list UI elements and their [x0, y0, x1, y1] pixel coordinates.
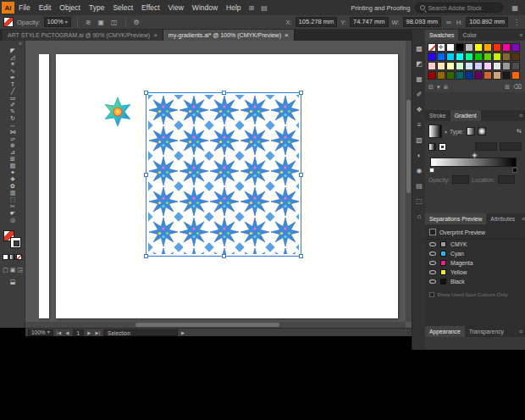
swatch[interactable]	[446, 43, 455, 52]
layers-panel-icon[interactable]: ▤	[412, 179, 426, 194]
swatch[interactable]	[484, 71, 492, 80]
vertical-scroll-thumb[interactable]	[406, 100, 411, 193]
constrain-proportions-icon[interactable]: ∞	[445, 19, 453, 26]
first-artboard-button[interactable]: |◀	[56, 330, 63, 335]
swatch[interactable]	[511, 52, 520, 61]
swatch[interactable]	[465, 71, 473, 80]
tab-stroke[interactable]: Stroke	[425, 110, 450, 121]
visibility-eye-icon[interactable]	[429, 242, 436, 246]
swatch[interactable]	[493, 71, 501, 80]
gradient-stop-white[interactable]	[429, 168, 434, 173]
libraries-panel-icon[interactable]: ⌂	[412, 209, 426, 224]
swatch[interactable]	[493, 52, 501, 61]
visibility-eye-icon[interactable]	[429, 279, 436, 284]
status-menu-icon[interactable]: ▶	[180, 330, 185, 335]
swatch[interactable]	[474, 62, 483, 70]
y-field[interactable]: 74.747 mm	[350, 17, 389, 27]
symbols-panel-icon[interactable]: ❖	[412, 102, 426, 118]
gradient-mode-button[interactable]	[9, 254, 15, 260]
swatch[interactable]	[428, 52, 436, 61]
delete-swatch-icon[interactable]: ⌫	[513, 84, 522, 91]
gradient-slider[interactable]	[430, 158, 517, 167]
horizontal-scrollbar[interactable]	[25, 322, 406, 328]
swatch[interactable]	[437, 62, 445, 70]
swatches-panel-icon[interactable]: ▦	[412, 72, 426, 87]
spot-only-checkbox[interactable]	[429, 292, 434, 297]
tab-separations-preview[interactable]: Separations Preview	[425, 213, 486, 224]
document-layout-icon[interactable]: ▤	[257, 4, 271, 12]
swatch[interactable]	[511, 43, 520, 52]
free-transform-tool[interactable]: ▱	[0, 135, 25, 142]
separation-row-cmyk[interactable]: CMYK	[425, 240, 525, 249]
tab-transparency[interactable]: Transparency	[465, 326, 508, 337]
panel-menu-icon[interactable]: ≡	[517, 113, 525, 119]
tab-color[interactable]: Color	[458, 30, 480, 41]
more-options-icon[interactable]: ⋮	[511, 19, 522, 26]
transparency-panel-icon[interactable]: ◐	[412, 148, 426, 163]
swatch[interactable]	[484, 62, 492, 70]
swatch[interactable]	[484, 52, 492, 61]
menu-item-effect[interactable]: Effect	[137, 3, 164, 12]
color-panel-icon[interactable]: ▩	[412, 41, 426, 57]
selection-bounds[interactable]	[146, 92, 301, 257]
swatch[interactable]	[446, 52, 455, 61]
swatch[interactable]	[502, 43, 511, 52]
color-guide-panel-icon[interactable]: ◩	[412, 57, 426, 72]
artboard-tool[interactable]: ⬚	[0, 196, 25, 203]
tab-appearance[interactable]: Appearance	[425, 326, 465, 337]
perspective-grid-tool[interactable]: ⊿	[0, 149, 25, 156]
screen-mode-icon[interactable]: ⬓	[0, 278, 25, 285]
gradient-tool[interactable]: ▧	[0, 163, 25, 169]
stop-location-field[interactable]	[498, 175, 515, 184]
artboard-number-field[interactable]: 1	[73, 329, 85, 336]
rectangle-tool[interactable]: ▭	[0, 95, 25, 102]
panel-menu-icon[interactable]: ≡	[519, 216, 525, 222]
swatch[interactable]	[511, 62, 520, 70]
visibility-eye-icon[interactable]	[429, 270, 436, 274]
type-tool[interactable]: T	[0, 81, 25, 88]
gradient-angle-field[interactable]	[475, 142, 497, 151]
width-tool[interactable]: ⋈	[0, 129, 25, 135]
separation-row-yellow[interactable]: Yellow	[425, 268, 525, 277]
selection-handle[interactable]	[222, 254, 226, 258]
symbol-sprayer-tool[interactable]: ✿	[0, 183, 25, 190]
swatch[interactable]	[428, 62, 436, 70]
color-mode-button[interactable]	[3, 254, 8, 260]
slice-tool[interactable]: ✂	[0, 203, 25, 210]
menu-item-object[interactable]: Object	[55, 3, 85, 12]
selection-handle[interactable]	[299, 173, 303, 177]
gradient-preview-thumb[interactable]	[428, 124, 442, 138]
h-field[interactable]: 100.892 mm	[466, 17, 508, 27]
scale-tool[interactable]: ↔	[0, 122, 25, 129]
zoom-level-select[interactable]: 100%▾	[28, 329, 53, 336]
brushes-panel-icon[interactable]: ✐	[412, 87, 426, 102]
eyedropper-tool[interactable]: ✦	[0, 169, 25, 176]
gradient-stroke-chip[interactable]	[439, 143, 446, 151]
brush-definition-icon[interactable]: ≋	[84, 19, 93, 26]
pen-tool[interactable]: ✒	[0, 75, 25, 81]
magic-wand-tool[interactable]: ✶	[0, 61, 25, 68]
document-setup-icon[interactable]: ⚙	[132, 19, 141, 26]
next-artboard-button[interactable]: ▶	[86, 330, 91, 335]
separation-row-cyan[interactable]: Cyan	[425, 249, 525, 258]
appearance-panel-icon[interactable]: ◉	[412, 163, 426, 179]
column-graph-tool[interactable]: ▥	[0, 190, 25, 196]
overprint-preview-checkbox[interactable]	[429, 229, 436, 235]
swatch[interactable]	[493, 43, 501, 52]
selection-tool[interactable]: ◤	[0, 47, 25, 54]
close-tab-icon[interactable]: ×	[153, 32, 158, 39]
canvas-area[interactable]	[25, 41, 412, 328]
vertical-scrollbar[interactable]	[406, 41, 412, 322]
mesh-tool[interactable]: ⊞	[0, 156, 25, 163]
swatch[interactable]	[474, 71, 483, 80]
paintbrush-tool[interactable]: ✐	[0, 102, 25, 108]
line-segment-tool[interactable]: ╱	[0, 88, 25, 95]
selection-handle[interactable]	[144, 91, 148, 95]
swatch[interactable]	[502, 52, 511, 61]
stroke-panel-icon[interactable]: ≡	[412, 118, 426, 133]
panel-menu-icon[interactable]: ≡	[517, 32, 525, 38]
swatch[interactable]	[502, 62, 511, 70]
workspace-label[interactable]: Printing and Proofing	[351, 4, 410, 12]
radial-gradient-button[interactable]	[478, 127, 486, 135]
recolor-artwork-icon[interactable]: ◫	[109, 19, 119, 26]
